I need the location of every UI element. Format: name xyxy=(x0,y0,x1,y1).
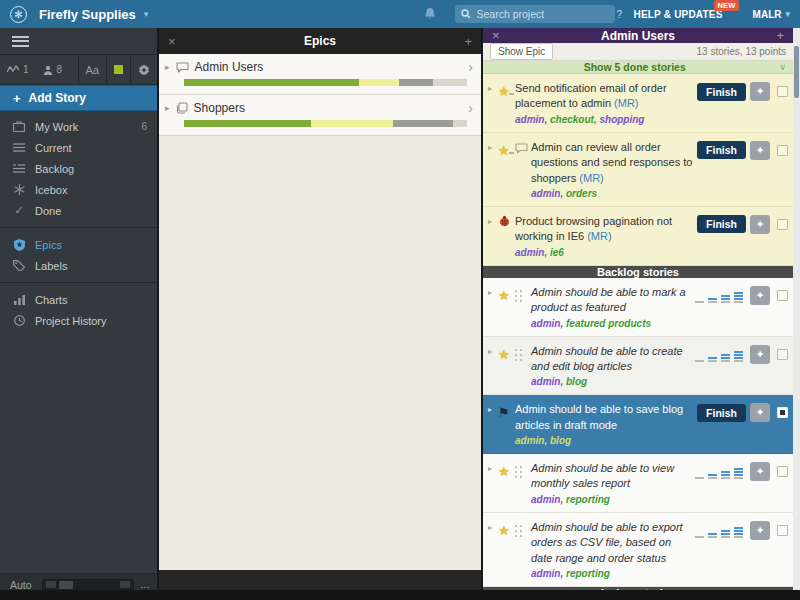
expand-story-button[interactable]: ✦ xyxy=(750,403,770,422)
estimate-1-button[interactable] xyxy=(707,523,718,538)
expand-caret-icon[interactable]: ▸ xyxy=(488,140,498,152)
estimate-0-button[interactable] xyxy=(694,523,705,538)
finish-button[interactable]: Finish xyxy=(697,215,746,233)
close-panel-icon[interactable]: × xyxy=(168,34,176,49)
story-select-checkbox[interactable] xyxy=(777,349,788,360)
vertical-scrollbar[interactable] xyxy=(793,28,800,600)
expand-caret-icon[interactable]: ▸ xyxy=(165,62,170,72)
story-select-checkbox[interactable] xyxy=(777,86,788,97)
sidebar-item-current[interactable]: Current xyxy=(0,137,157,158)
estimate-0-button[interactable] xyxy=(694,347,705,362)
sidebar-item-charts[interactable]: Charts xyxy=(0,289,157,310)
expand-caret-icon[interactable]: ▸ xyxy=(488,402,498,414)
story-select-checkbox[interactable] xyxy=(777,145,788,156)
epic-name[interactable]: Admin Users xyxy=(195,60,264,74)
expand-caret-icon[interactable]: ▸ xyxy=(165,103,170,113)
estimate-1-button[interactable] xyxy=(707,464,718,479)
estimate-1-button[interactable] xyxy=(707,288,718,303)
expand-caret-icon[interactable]: ▸ xyxy=(488,81,498,93)
label-link[interactable]: ie6 xyxy=(550,247,564,258)
story-row[interactable]: ▸ Product browsing pagination not workin… xyxy=(483,207,793,266)
add-story-button[interactable]: + Add Story xyxy=(0,85,157,111)
sidebar-item-backlog[interactable]: Backlog xyxy=(0,158,157,179)
story-row[interactable]: ▸ ★ Admin should be able to view monthly… xyxy=(483,454,793,513)
project-settings-gear-icon[interactable] xyxy=(131,55,157,84)
help-updates-link[interactable]: HELP & UPDATES NEW xyxy=(633,9,722,20)
velocity-indicator[interactable]: 1 xyxy=(0,55,36,84)
estimate-1-button[interactable] xyxy=(707,347,718,362)
story-select-checkbox[interactable] xyxy=(777,290,788,301)
story-select-checkbox[interactable] xyxy=(777,219,788,230)
tracker-logo-icon[interactable]: ✻ xyxy=(10,6,27,23)
scrubber-left-handle[interactable] xyxy=(46,581,56,588)
label-link[interactable]: blog xyxy=(566,376,587,387)
story-row[interactable]: ▸ ★ Send notification email of order pla… xyxy=(483,74,793,133)
label-link[interactable]: reporting xyxy=(566,568,610,579)
more-options-icon[interactable]: … xyxy=(140,579,151,590)
story-select-checkbox[interactable] xyxy=(777,466,788,477)
story-row[interactable]: ▸ ★ Admin should be able to mark a produ… xyxy=(483,278,793,337)
story-row[interactable]: ▸ ★ Admin can review all order questions… xyxy=(483,133,793,207)
project-dropdown-caret-icon[interactable]: ▾ xyxy=(144,9,149,19)
drag-grip-icon[interactable] xyxy=(515,344,531,365)
add-epic-icon[interactable]: + xyxy=(464,34,472,49)
label-link[interactable]: admin xyxy=(515,247,550,258)
scrubber-thumb[interactable] xyxy=(59,581,73,589)
density-toggle-button[interactable] xyxy=(107,55,130,84)
collapse-sidebar-icon[interactable] xyxy=(12,36,29,47)
sidebar-item-labels[interactable]: Labels xyxy=(0,255,157,276)
expand-caret-icon[interactable]: ▸ xyxy=(488,461,498,473)
label-link[interactable]: admin xyxy=(531,494,566,505)
expand-story-button[interactable]: ✦ xyxy=(750,215,770,234)
scrollbar-thumb[interactable] xyxy=(794,46,799,98)
user-menu[interactable]: MALR ▾ xyxy=(753,9,790,20)
expand-caret-icon[interactable]: ▸ xyxy=(488,285,498,297)
sidebar-item-done[interactable]: ✓ Done xyxy=(0,200,157,221)
project-name[interactable]: Firefly Supplies xyxy=(39,7,136,22)
estimate-2-button[interactable] xyxy=(720,347,731,362)
label-link[interactable]: admin xyxy=(531,188,566,199)
drag-grip-icon[interactable] xyxy=(515,520,531,541)
expand-story-button[interactable]: ✦ xyxy=(750,82,770,101)
expand-caret-icon[interactable]: ▸ xyxy=(488,344,498,356)
story-row[interactable]: ▸ ★ Admin should be able to export order… xyxy=(483,513,793,587)
expand-story-button[interactable]: ✦ xyxy=(750,141,770,160)
scrubber-right-handle[interactable] xyxy=(120,581,130,588)
estimate-0-button[interactable] xyxy=(694,288,705,303)
velocity-scrubber[interactable] xyxy=(42,579,134,591)
label-link[interactable]: admin xyxy=(531,318,566,329)
notifications-bell-icon[interactable] xyxy=(423,7,437,21)
sidebar-item-project-history[interactable]: Project History xyxy=(0,310,157,331)
epic-name[interactable]: Shoppers xyxy=(194,101,245,115)
estimate-0-button[interactable] xyxy=(694,464,705,479)
open-epic-chevron-icon[interactable]: › xyxy=(468,101,473,115)
search-input[interactable] xyxy=(476,8,611,20)
sidebar-item-icebox[interactable]: Icebox xyxy=(0,179,157,200)
expand-caret-icon[interactable]: ▸ xyxy=(488,214,498,226)
estimate-3-button[interactable] xyxy=(733,523,744,538)
epic-row-admin-users[interactable]: ▸ Admin Users › xyxy=(159,54,481,95)
finish-button[interactable]: Finish xyxy=(697,404,746,422)
label-link[interactable]: admin xyxy=(531,568,566,579)
expand-story-button[interactable]: ✦ xyxy=(750,462,770,481)
label-link[interactable]: admin xyxy=(531,376,566,387)
label-link[interactable]: orders xyxy=(566,188,597,199)
estimate-2-button[interactable] xyxy=(720,523,731,538)
label-link[interactable]: blog xyxy=(550,435,571,446)
show-done-stories-toggle[interactable]: Show 5 done stories ∨ xyxy=(483,61,793,74)
expand-story-button[interactable]: ✦ xyxy=(750,521,770,540)
expand-story-button[interactable]: ✦ xyxy=(750,286,770,305)
show-epic-button[interactable]: Show Epic xyxy=(490,43,553,60)
story-row[interactable]: ▸ ★ Admin should be able to create and e… xyxy=(483,337,793,396)
drag-grip-icon[interactable] xyxy=(515,461,531,482)
label-link[interactable]: featured products xyxy=(566,318,651,329)
drag-grip-icon[interactable] xyxy=(515,285,531,306)
estimate-2-button[interactable] xyxy=(720,464,731,479)
text-size-button[interactable]: Aa xyxy=(79,55,106,84)
estimate-2-button[interactable] xyxy=(720,288,731,303)
sidebar-item-my-work[interactable]: My Work 6 xyxy=(0,116,157,137)
label-link[interactable]: admin xyxy=(515,435,550,446)
story-row-selected[interactable]: ▸ ⚑ Admin should be able to save blog ar… xyxy=(483,395,793,454)
finish-button[interactable]: Finish xyxy=(697,83,746,101)
epic-row-shoppers[interactable]: ▸ Shoppers › xyxy=(159,95,481,136)
